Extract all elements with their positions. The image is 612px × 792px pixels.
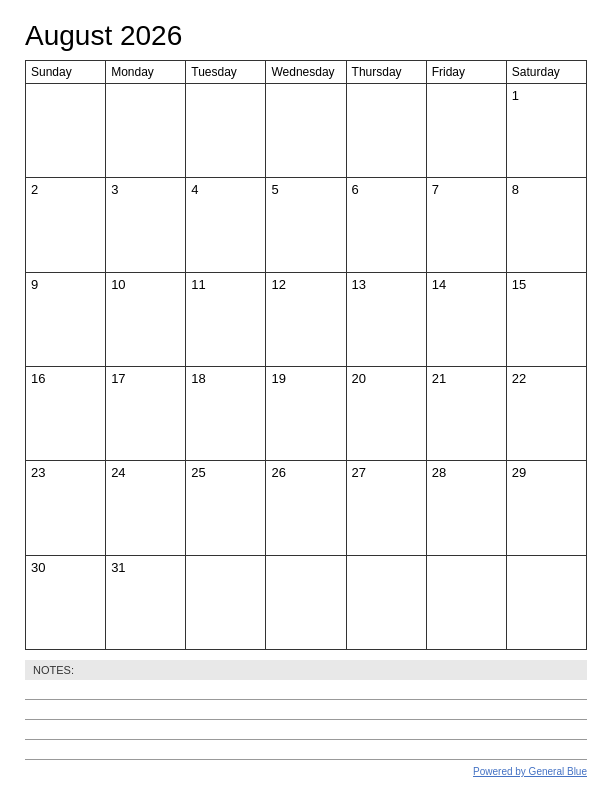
calendar-table: SundayMondayTuesdayWednesdayThursdayFrid… [25, 60, 587, 650]
calendar-day-cell: 28 [426, 461, 506, 555]
calendar-day-cell: 20 [346, 366, 426, 460]
calendar-week-row: 3031 [26, 555, 587, 649]
calendar-day-cell: 12 [266, 272, 346, 366]
weekday-header-row: SundayMondayTuesdayWednesdayThursdayFrid… [26, 61, 587, 84]
calendar-day-cell [106, 84, 186, 178]
calendar-day-cell: 7 [426, 178, 506, 272]
calendar-day-cell: 27 [346, 461, 426, 555]
calendar-day-cell [346, 555, 426, 649]
month-title: August 2026 [25, 20, 587, 52]
weekday-header: Monday [106, 61, 186, 84]
calendar-day-cell: 15 [506, 272, 586, 366]
calendar-day-cell: 29 [506, 461, 586, 555]
calendar-day-cell: 22 [506, 366, 586, 460]
weekday-header: Tuesday [186, 61, 266, 84]
calendar-day-cell [186, 84, 266, 178]
calendar-day-cell: 24 [106, 461, 186, 555]
calendar-day-cell: 5 [266, 178, 346, 272]
weekday-header: Sunday [26, 61, 106, 84]
calendar-day-cell: 17 [106, 366, 186, 460]
calendar-day-cell [266, 555, 346, 649]
calendar-day-cell: 30 [26, 555, 106, 649]
calendar-day-cell: 3 [106, 178, 186, 272]
weekday-header: Wednesday [266, 61, 346, 84]
calendar-day-cell: 23 [26, 461, 106, 555]
calendar-day-cell: 2 [26, 178, 106, 272]
calendar-day-cell: 8 [506, 178, 586, 272]
calendar-day-cell [266, 84, 346, 178]
weekday-header: Friday [426, 61, 506, 84]
calendar-day-cell: 11 [186, 272, 266, 366]
calendar-day-cell: 4 [186, 178, 266, 272]
notes-line-1 [25, 682, 587, 700]
calendar-day-cell [426, 555, 506, 649]
calendar-day-cell: 9 [26, 272, 106, 366]
calendar-day-cell [426, 84, 506, 178]
notes-section: NOTES: [25, 660, 587, 760]
calendar-week-row: 2345678 [26, 178, 587, 272]
calendar-day-cell: 19 [266, 366, 346, 460]
calendar-day-cell: 31 [106, 555, 186, 649]
notes-line-4 [25, 742, 587, 760]
calendar-day-cell: 21 [426, 366, 506, 460]
calendar-week-row: 23242526272829 [26, 461, 587, 555]
calendar-day-cell [346, 84, 426, 178]
calendar-day-cell: 18 [186, 366, 266, 460]
powered-by-section: Powered by General Blue [25, 766, 587, 777]
calendar-week-row: 16171819202122 [26, 366, 587, 460]
calendar-day-cell [506, 555, 586, 649]
calendar-day-cell: 10 [106, 272, 186, 366]
calendar-day-cell: 26 [266, 461, 346, 555]
notes-label: NOTES: [25, 660, 587, 680]
calendar-day-cell: 13 [346, 272, 426, 366]
calendar-day-cell [186, 555, 266, 649]
powered-by-link[interactable]: Powered by General Blue [473, 766, 587, 777]
calendar-day-cell: 14 [426, 272, 506, 366]
notes-line-3 [25, 722, 587, 740]
notes-line-2 [25, 702, 587, 720]
calendar-week-row: 1 [26, 84, 587, 178]
page: August 2026 SundayMondayTuesdayWednesday… [0, 0, 612, 792]
calendar-week-row: 9101112131415 [26, 272, 587, 366]
weekday-header: Saturday [506, 61, 586, 84]
calendar-day-cell: 25 [186, 461, 266, 555]
weekday-header: Thursday [346, 61, 426, 84]
calendar-day-cell: 1 [506, 84, 586, 178]
calendar-day-cell [26, 84, 106, 178]
calendar-day-cell: 16 [26, 366, 106, 460]
calendar-day-cell: 6 [346, 178, 426, 272]
